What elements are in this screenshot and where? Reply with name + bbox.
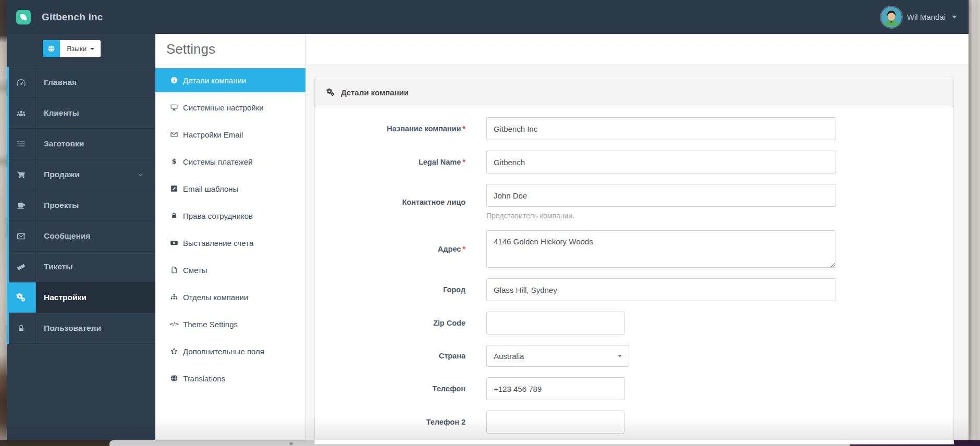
legal-name-control <box>486 151 836 174</box>
settings-menu-item-label: Email шаблоны <box>183 184 238 193</box>
cart-icon <box>7 159 36 190</box>
sidebar-item-label: Сообщения <box>44 231 90 241</box>
form-row-city: Город <box>315 278 953 301</box>
app-window: Gitbench Inc Wil Mandai Языки <box>7 0 969 440</box>
city-control <box>486 278 836 301</box>
settings-menu-item-theme-settings[interactable]: </>Theme Settings <box>155 312 305 336</box>
desktop-icon <box>169 102 179 113</box>
settings-menu-item-custom-fields[interactable]: Дополнительные поля <box>155 339 305 363</box>
top-navbar: Gitbench Inc Wil Mandai <box>7 0 969 34</box>
settings-menu-item-label: Дополнительные поля <box>183 347 264 356</box>
country-select[interactable]: Australia <box>486 345 629 367</box>
settings-menu-item-label: Системы платежей <box>183 157 253 166</box>
settings-menu-item-staff-permissions[interactable]: Права сотрудников <box>155 204 305 228</box>
phone2-input[interactable] <box>486 411 624 433</box>
sidebar-item-settings[interactable]: Настройки <box>7 282 155 313</box>
sidebar-item-sales[interactable]: Продажи <box>7 159 155 190</box>
language-dropdown-button[interactable]: Языки <box>43 40 101 57</box>
sidebar-item-templates[interactable]: Заготовки <box>7 129 155 159</box>
background-window-dot <box>289 442 293 445</box>
address-label: Адрес* <box>315 245 466 253</box>
avatar <box>881 7 902 28</box>
info-icon <box>169 75 179 85</box>
contact-person-help-text: Представитель компании. <box>486 212 836 220</box>
settings-menu-item-label: Права сотрудников <box>183 212 253 220</box>
chevron-down-icon <box>137 171 144 178</box>
brand-logo-icon[interactable] <box>16 10 31 24</box>
required-marker: * <box>462 158 466 166</box>
settings-submenu-items: Детали компанииСистемные настройкиНастро… <box>155 65 305 390</box>
form-row-zip-code: Zip Code <box>315 312 953 334</box>
address-textarea[interactable] <box>486 230 836 268</box>
form-row-company-name: Название компании* <box>315 117 953 140</box>
settings-menu-item-email-templates[interactable]: Email шаблоны <box>155 177 305 201</box>
card-title: Детали компании <box>341 88 409 97</box>
pencil-square-icon <box>169 183 179 194</box>
zip-code-input[interactable] <box>486 312 624 334</box>
settings-menu-item-company-details[interactable]: Детали компании <box>155 68 305 92</box>
form-row-contact-person: Контактное лицоПредставитель компании. <box>315 184 953 220</box>
sidebar-item-tickets[interactable]: Тикеты <box>7 252 155 282</box>
company-name-control <box>486 117 836 140</box>
form-row-phone2: Телефон 2 <box>315 411 953 433</box>
required-marker: * <box>462 125 466 133</box>
settings-menu-item-email-settings[interactable]: Настройки Email <box>155 122 305 146</box>
svg-text:$: $ <box>172 157 177 165</box>
globe-icon <box>43 40 60 57</box>
settings-menu-item-label: Настройки Email <box>183 130 243 139</box>
form-row-legal-name: Legal Name* <box>315 151 953 174</box>
sidebar-item-dashboard[interactable]: Главная <box>7 67 155 98</box>
sidebar-item-messages[interactable]: Сообщения <box>7 221 155 252</box>
file-icon <box>169 265 179 275</box>
list-icon <box>7 129 36 159</box>
sidebar-item-label: Проекты <box>44 201 79 210</box>
zip-code-label: Zip Code <box>315 319 466 327</box>
settings-menu-item-system-settings[interactable]: Системные настройки <box>155 95 305 119</box>
settings-menu-item-company-departments[interactable]: Отделы компании <box>155 285 305 309</box>
main-top-band <box>305 34 969 65</box>
company-name-input[interactable] <box>486 117 836 140</box>
company-name-label: Название компании* <box>315 125 466 133</box>
sidebar-item-label: Настройки <box>44 293 87 302</box>
language-caret-down-icon <box>90 48 94 50</box>
user-menu[interactable]: Wil Mandai <box>881 7 957 28</box>
country-control: Australia <box>486 345 629 367</box>
dashboard-icon <box>7 67 36 97</box>
required-marker: * <box>462 245 466 253</box>
sidebar-item-label: Пользователи <box>44 324 101 333</box>
city-input[interactable] <box>486 278 836 301</box>
company-details-card: Детали компании Название компании*Legal … <box>314 78 954 444</box>
settings-menu-item-translations[interactable]: Translations <box>155 366 305 390</box>
settings-menu-item-estimates[interactable]: Сметы <box>155 258 305 282</box>
sidebar: Языки ГлавнаяКлиентыЗаготовкиПродажиПрое… <box>7 34 155 440</box>
settings-menu-item-invoicing[interactable]: Выставление счета <box>155 231 305 255</box>
phone-input[interactable] <box>486 377 624 400</box>
sidebar-item-label: Клиенты <box>44 108 79 118</box>
sidebar-item-label: Заготовки <box>44 139 84 148</box>
settings-menu-item-label: Выставление счета <box>183 239 253 247</box>
lock-icon <box>169 210 179 221</box>
settings-menu-item-label: Детали компании <box>183 76 246 85</box>
users-icon <box>7 98 36 128</box>
globe-icon <box>169 373 179 383</box>
settings-menu-item-label: Сметы <box>183 266 207 275</box>
contact-person-input[interactable] <box>486 184 836 207</box>
desktop-wallpaper-left <box>0 0 7 446</box>
language-button-label: Языки <box>66 45 87 53</box>
address-control <box>486 230 836 268</box>
svg-text:</>: </> <box>169 321 179 327</box>
brand-title: Gitbench Inc <box>42 11 103 23</box>
settings-menu-item-label: Translations <box>183 374 225 383</box>
user-caret-down-icon <box>952 16 957 18</box>
sidebar-item-clients[interactable]: Клиенты <box>7 98 155 129</box>
sidebar-item-projects[interactable]: Проекты <box>7 190 155 221</box>
sidebar-item-users[interactable]: Пользователи <box>7 313 155 344</box>
form-row-phone: Телефон <box>315 377 953 400</box>
sidebar-item-label: Главная <box>44 78 77 87</box>
sidebar-menu: ГлавнаяКлиентыЗаготовкиПродажиПроектыСоо… <box>7 67 155 344</box>
legal-name-input[interactable] <box>486 151 836 174</box>
card-header: Детали компании <box>315 78 953 107</box>
main-content: Детали компании Название компании*Legal … <box>305 34 969 440</box>
settings-menu-item-payment-systems[interactable]: $Системы платежей <box>155 150 305 174</box>
contact-person-control: Представитель компании. <box>486 184 836 220</box>
